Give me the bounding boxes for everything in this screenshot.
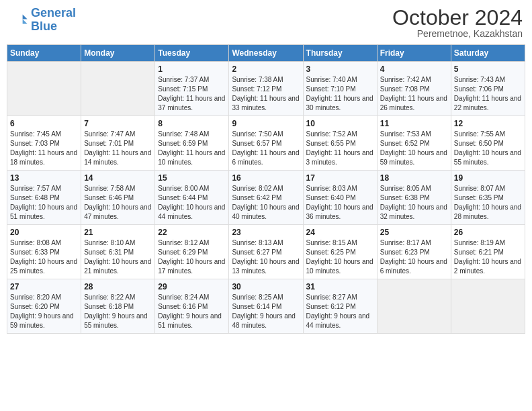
calendar-day-cell: 6Sunrise: 7:45 AM Sunset: 7:03 PM Daylig… xyxy=(7,116,81,171)
calendar-day-cell: 3Sunrise: 7:40 AM Sunset: 7:10 PM Daylig… xyxy=(303,62,377,116)
day-info: Sunrise: 8:22 AM Sunset: 6:18 PM Dayligh… xyxy=(84,293,152,330)
calendar-table: SundayMondayTuesdayWednesdayThursdayFrid… xyxy=(7,44,525,334)
day-info: Sunrise: 7:43 AM Sunset: 7:06 PM Dayligh… xyxy=(454,75,522,113)
day-number: 9 xyxy=(232,119,300,128)
calendar-day-cell: 8Sunrise: 7:48 AM Sunset: 6:59 PM Daylig… xyxy=(155,116,229,171)
day-number: 16 xyxy=(232,173,300,183)
day-number: 2 xyxy=(232,64,300,74)
calendar-header-row: SundayMondayTuesdayWednesdayThursdayFrid… xyxy=(7,45,525,62)
day-info: Sunrise: 7:37 AM Sunset: 7:15 PM Dayligh… xyxy=(158,75,226,113)
day-info: Sunrise: 8:24 AM Sunset: 6:16 PM Dayligh… xyxy=(158,293,226,330)
calendar-day-cell: 28Sunrise: 8:22 AM Sunset: 6:18 PM Dayli… xyxy=(81,279,155,334)
calendar-day-cell: 11Sunrise: 7:53 AM Sunset: 6:52 PM Dayli… xyxy=(377,116,451,171)
day-info: Sunrise: 7:45 AM Sunset: 7:03 PM Dayligh… xyxy=(10,130,78,167)
calendar-day-cell: 26Sunrise: 8:19 AM Sunset: 6:21 PM Dayli… xyxy=(451,225,525,279)
calendar-day-cell xyxy=(377,279,451,334)
day-info: Sunrise: 7:48 AM Sunset: 6:59 PM Dayligh… xyxy=(158,130,226,167)
calendar-week-row: 1Sunrise: 7:37 AM Sunset: 7:15 PM Daylig… xyxy=(7,62,525,116)
day-info: Sunrise: 8:03 AM Sunset: 6:40 PM Dayligh… xyxy=(306,184,374,222)
day-info: Sunrise: 8:20 AM Sunset: 6:20 PM Dayligh… xyxy=(10,293,78,330)
day-info: Sunrise: 8:15 AM Sunset: 6:25 PM Dayligh… xyxy=(306,238,374,276)
calendar-week-row: 6Sunrise: 7:45 AM Sunset: 7:03 PM Daylig… xyxy=(7,116,525,171)
calendar-day-cell: 16Sunrise: 8:02 AM Sunset: 6:42 PM Dayli… xyxy=(229,171,303,225)
day-info: Sunrise: 7:58 AM Sunset: 6:46 PM Dayligh… xyxy=(84,184,152,222)
day-number: 30 xyxy=(232,282,300,291)
calendar-day-cell: 18Sunrise: 8:05 AM Sunset: 6:38 PM Dayli… xyxy=(377,171,451,225)
calendar-day-cell: 1Sunrise: 7:37 AM Sunset: 7:15 PM Daylig… xyxy=(155,62,229,116)
day-number: 29 xyxy=(158,282,226,291)
day-number: 15 xyxy=(158,173,226,183)
calendar-day-cell: 21Sunrise: 8:10 AM Sunset: 6:31 PM Dayli… xyxy=(81,225,155,279)
calendar-week-row: 20Sunrise: 8:08 AM Sunset: 6:33 PM Dayli… xyxy=(7,225,525,279)
day-info: Sunrise: 7:47 AM Sunset: 7:01 PM Dayligh… xyxy=(84,130,152,167)
calendar-day-cell: 2Sunrise: 7:38 AM Sunset: 7:12 PM Daylig… xyxy=(229,62,303,116)
day-of-week-header: Saturday xyxy=(451,45,525,62)
day-info: Sunrise: 8:00 AM Sunset: 6:44 PM Dayligh… xyxy=(158,184,226,222)
day-number: 18 xyxy=(380,173,448,183)
month-title: October 2024 xyxy=(392,7,523,28)
calendar-day-cell: 24Sunrise: 8:15 AM Sunset: 6:25 PM Dayli… xyxy=(303,225,377,279)
day-info: Sunrise: 8:10 AM Sunset: 6:31 PM Dayligh… xyxy=(84,238,152,276)
day-number: 27 xyxy=(10,282,78,291)
day-number: 12 xyxy=(454,119,522,128)
day-number: 21 xyxy=(84,228,152,237)
day-info: Sunrise: 8:12 AM Sunset: 6:29 PM Dayligh… xyxy=(158,238,226,276)
day-number: 22 xyxy=(158,228,226,237)
logo-text: General Blue xyxy=(31,7,76,34)
day-number: 23 xyxy=(232,228,300,237)
calendar-week-row: 13Sunrise: 7:57 AM Sunset: 6:48 PM Dayli… xyxy=(7,171,525,225)
day-info: Sunrise: 7:57 AM Sunset: 6:48 PM Dayligh… xyxy=(10,184,78,222)
logo: General Blue xyxy=(9,7,76,34)
day-number: 5 xyxy=(454,64,522,74)
day-info: Sunrise: 8:27 AM Sunset: 6:12 PM Dayligh… xyxy=(306,293,374,330)
day-number: 14 xyxy=(84,173,152,183)
calendar-day-cell: 13Sunrise: 7:57 AM Sunset: 6:48 PM Dayli… xyxy=(7,171,81,225)
calendar-day-cell: 31Sunrise: 8:27 AM Sunset: 6:12 PM Dayli… xyxy=(303,279,377,334)
day-number: 6 xyxy=(10,119,78,128)
svg-rect-0 xyxy=(9,11,28,30)
calendar-day-cell: 14Sunrise: 7:58 AM Sunset: 6:46 PM Dayli… xyxy=(81,171,155,225)
day-number: 7 xyxy=(84,119,152,128)
day-number: 8 xyxy=(158,119,226,128)
day-number: 19 xyxy=(454,173,522,183)
day-number: 26 xyxy=(454,228,522,237)
day-info: Sunrise: 8:05 AM Sunset: 6:38 PM Dayligh… xyxy=(380,184,448,222)
day-info: Sunrise: 8:17 AM Sunset: 6:23 PM Dayligh… xyxy=(380,238,448,276)
day-number: 13 xyxy=(10,173,78,183)
day-info: Sunrise: 7:50 AM Sunset: 6:57 PM Dayligh… xyxy=(232,130,300,167)
calendar-day-cell: 23Sunrise: 8:13 AM Sunset: 6:27 PM Dayli… xyxy=(229,225,303,279)
calendar-day-cell: 27Sunrise: 8:20 AM Sunset: 6:20 PM Dayli… xyxy=(7,279,81,334)
day-number: 24 xyxy=(306,228,374,237)
day-number: 31 xyxy=(306,282,374,291)
day-number: 17 xyxy=(306,173,374,183)
day-number: 28 xyxy=(84,282,152,291)
page-header: General Blue October 2024 Peremetnoe, Ka… xyxy=(7,7,525,39)
calendar-day-cell: 30Sunrise: 8:25 AM Sunset: 6:14 PM Dayli… xyxy=(229,279,303,334)
day-of-week-header: Monday xyxy=(81,45,155,62)
calendar-day-cell: 4Sunrise: 7:42 AM Sunset: 7:08 PM Daylig… xyxy=(377,62,451,116)
calendar-day-cell: 12Sunrise: 7:55 AM Sunset: 6:50 PM Dayli… xyxy=(451,116,525,171)
day-of-week-header: Friday xyxy=(377,45,451,62)
calendar-week-row: 27Sunrise: 8:20 AM Sunset: 6:20 PM Dayli… xyxy=(7,279,525,334)
calendar-day-cell: 17Sunrise: 8:03 AM Sunset: 6:40 PM Dayli… xyxy=(303,171,377,225)
day-number: 4 xyxy=(380,64,448,74)
day-number: 11 xyxy=(380,119,448,128)
calendar-day-cell xyxy=(7,62,81,116)
day-number: 25 xyxy=(380,228,448,237)
calendar-day-cell xyxy=(451,279,525,334)
day-info: Sunrise: 7:42 AM Sunset: 7:08 PM Dayligh… xyxy=(380,75,448,113)
day-number: 10 xyxy=(306,119,374,128)
day-info: Sunrise: 7:40 AM Sunset: 7:10 PM Dayligh… xyxy=(306,75,374,113)
day-of-week-header: Thursday xyxy=(303,45,377,62)
day-info: Sunrise: 7:55 AM Sunset: 6:50 PM Dayligh… xyxy=(454,130,522,167)
calendar-day-cell: 29Sunrise: 8:24 AM Sunset: 6:16 PM Dayli… xyxy=(155,279,229,334)
day-info: Sunrise: 8:07 AM Sunset: 6:35 PM Dayligh… xyxy=(454,184,522,222)
day-info: Sunrise: 8:08 AM Sunset: 6:33 PM Dayligh… xyxy=(10,238,78,276)
day-of-week-header: Tuesday xyxy=(155,45,229,62)
day-of-week-header: Sunday xyxy=(7,45,81,62)
day-info: Sunrise: 8:13 AM Sunset: 6:27 PM Dayligh… xyxy=(232,238,300,276)
calendar-day-cell: 10Sunrise: 7:52 AM Sunset: 6:55 PM Dayli… xyxy=(303,116,377,171)
day-number: 1 xyxy=(158,64,226,74)
day-info: Sunrise: 7:53 AM Sunset: 6:52 PM Dayligh… xyxy=(380,130,448,167)
calendar-day-cell: 15Sunrise: 8:00 AM Sunset: 6:44 PM Dayli… xyxy=(155,171,229,225)
